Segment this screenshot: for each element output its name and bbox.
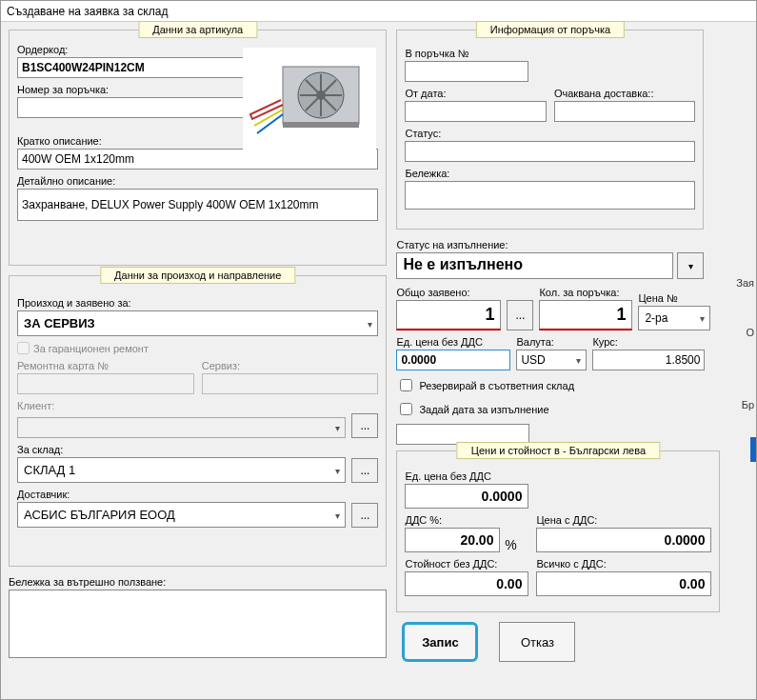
detail-desc-input[interactable] bbox=[17, 189, 378, 221]
client-lookup-button[interactable]: ... bbox=[351, 413, 378, 438]
total-req-input[interactable] bbox=[396, 300, 501, 330]
reserve-checkbox[interactable] bbox=[400, 379, 412, 391]
ordercode-input[interactable] bbox=[17, 57, 246, 78]
article-group: Данни за артикула bbox=[9, 30, 387, 266]
status-label: Статус: bbox=[405, 128, 695, 139]
qty-order-label: Кол. за поръчка: bbox=[539, 287, 632, 298]
window-title: Създаване на заявка за склад bbox=[1, 1, 756, 22]
qty-order-input[interactable] bbox=[539, 300, 632, 330]
reserve-label: Резервирай в съответния склад bbox=[419, 380, 574, 391]
for-sklad-select[interactable]: СКЛАД 1 bbox=[17, 457, 346, 483]
status-input[interactable] bbox=[405, 141, 695, 162]
supplier-select[interactable]: АСБИС БЪЛГАРИЯ ЕООД bbox=[17, 502, 346, 528]
svg-point-6 bbox=[316, 90, 326, 100]
vatpct-label: ДДС %: bbox=[405, 514, 528, 526]
expdeliv-label: Очаквана доставка:: bbox=[554, 88, 696, 99]
service-label: Сервиз: bbox=[202, 360, 379, 371]
total-vat-input[interactable] bbox=[536, 571, 711, 596]
expdeliv-input[interactable] bbox=[554, 101, 696, 122]
warranty-label: За гаранционен ремонт bbox=[33, 343, 149, 354]
total-novat-input[interactable] bbox=[405, 571, 528, 596]
priceno-label: Цена № bbox=[638, 292, 710, 304]
rate-label: Курс: bbox=[592, 336, 705, 348]
supplier-lookup-button[interactable]: ... bbox=[351, 503, 378, 528]
prices-legend: Цени и стойност в - Български лева bbox=[457, 442, 660, 459]
fromdate-label: От дата: bbox=[405, 88, 547, 99]
side-blue-indicator bbox=[750, 437, 756, 462]
exec-status-field[interactable]: Не е изпълнено bbox=[396, 252, 673, 279]
unitprice-label: Ед. цена без ДДС bbox=[396, 336, 510, 348]
exec-status-label: Статус на изпълнение: bbox=[396, 239, 704, 250]
setdate-checkbox[interactable] bbox=[400, 403, 412, 415]
price-unit-label: Ед. цена без ДДС bbox=[405, 470, 711, 482]
ordernum-input[interactable] bbox=[17, 97, 246, 118]
orderinfo-legend: Информация от поръчка bbox=[476, 21, 625, 38]
internal-note-label: Бележка за вътрешно ползване: bbox=[9, 576, 387, 588]
currency-label: Валута: bbox=[516, 336, 587, 348]
currency-select[interactable]: USD bbox=[516, 350, 587, 370]
client-label: Клиент: bbox=[17, 400, 378, 411]
save-button[interactable]: Запис bbox=[402, 622, 478, 662]
total-req-label: Общо заявено: bbox=[396, 287, 501, 298]
side-label-o: О bbox=[746, 327, 754, 338]
service-input bbox=[202, 373, 379, 394]
fromdate-input[interactable] bbox=[405, 101, 547, 122]
side-label-br: Бр bbox=[742, 399, 754, 410]
cancel-button[interactable]: Отказ bbox=[499, 622, 575, 662]
repaircard-input bbox=[17, 373, 194, 394]
detail-desc-label: Детайлно описание: bbox=[17, 175, 378, 187]
total-novat-label: Стойност без ДДС: bbox=[405, 558, 528, 570]
total-req-lookup-button[interactable]: ... bbox=[507, 300, 533, 330]
for-sklad-label: За склад: bbox=[17, 444, 378, 455]
price-unit-input[interactable] bbox=[405, 484, 528, 509]
product-image bbox=[243, 48, 376, 152]
vatpct-input[interactable] bbox=[405, 528, 500, 552]
internal-note-input[interactable] bbox=[9, 590, 387, 658]
ordno-input[interactable] bbox=[405, 61, 528, 82]
side-tab-zay[interactable]: Зая bbox=[736, 277, 754, 289]
priceno-select[interactable]: 2-ра bbox=[638, 306, 710, 330]
repaircard-label: Ремонтна карта № bbox=[17, 360, 194, 371]
from-label: Произход и заявено за: bbox=[17, 297, 378, 309]
withvat-input[interactable] bbox=[536, 528, 711, 552]
from-select[interactable]: ЗА СЕРВИЗ bbox=[17, 310, 378, 336]
percent-symbol: % bbox=[502, 537, 519, 552]
warranty-checkbox bbox=[17, 342, 30, 354]
sklad-lookup-button[interactable]: ... bbox=[351, 458, 378, 483]
orderinfo-group: Информация от поръчка В поръчка № От дат… bbox=[396, 30, 704, 230]
client-select bbox=[17, 417, 346, 438]
prices-group: Цени и стойност в - Български лева Ед. ц… bbox=[396, 450, 720, 612]
supplier-label: Доставчик: bbox=[17, 489, 378, 500]
origin-legend: Данни за произход и направление bbox=[100, 267, 295, 284]
total-vat-label: Всичко с ДДС: bbox=[536, 558, 711, 570]
rate-input[interactable] bbox=[592, 350, 705, 370]
ordernote-label: Бележка: bbox=[405, 168, 695, 179]
setdate-label: Задай дата за изпълнение bbox=[419, 404, 548, 415]
ordernote-input[interactable] bbox=[405, 181, 695, 210]
unitprice-input[interactable] bbox=[396, 350, 510, 370]
exec-status-dropdown-button[interactable]: ▾ bbox=[677, 252, 704, 279]
ordno-label: В поръчка № bbox=[405, 48, 695, 59]
withvat-label: Цена с ДДС: bbox=[536, 514, 711, 526]
svg-rect-7 bbox=[283, 122, 359, 128]
article-legend: Данни за артикула bbox=[138, 21, 257, 38]
origin-group: Данни за произход и направление Произход… bbox=[9, 275, 387, 567]
